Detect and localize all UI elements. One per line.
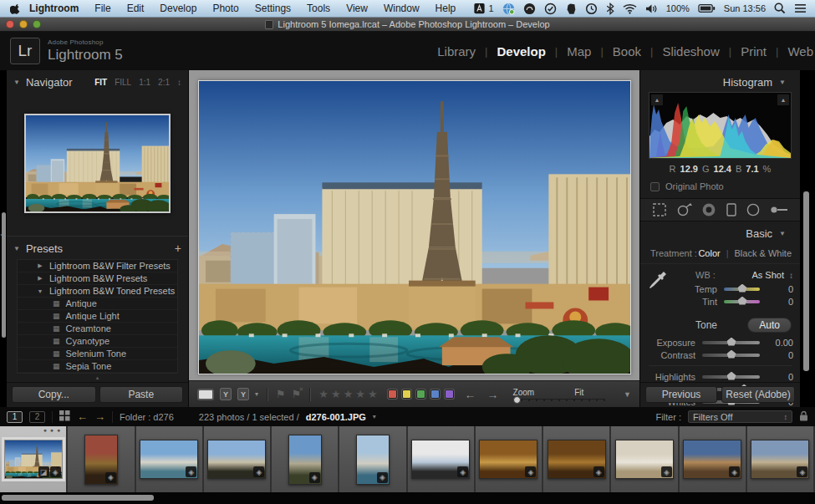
graduated-filter-icon[interactable]: [726, 202, 737, 217]
star-icon[interactable]: ★: [368, 388, 379, 400]
preset-item[interactable]: ▦ Creamtone: [18, 323, 177, 335]
lightroom-sync-icon[interactable]: [473, 3, 486, 14]
color-label-swatch[interactable]: [430, 389, 440, 399]
go-back-icon[interactable]: ←: [77, 410, 88, 423]
chevron-down-icon[interactable]: ▾: [255, 390, 258, 398]
menu-item-photo[interactable]: Photo: [212, 3, 238, 14]
filmstrip-thumb-overexposed-crowd[interactable]: ◈: [408, 426, 476, 492]
module-web[interactable]: Web: [787, 44, 813, 59]
menu-item-edit[interactable]: Edit: [127, 3, 145, 14]
develop-badge-icon[interactable]: ◈: [593, 466, 604, 477]
develop-badge-icon[interactable]: ◈: [253, 466, 264, 477]
slider-handle[interactable]: [727, 338, 736, 346]
menu-item-window[interactable]: Window: [384, 3, 420, 14]
menu-clock[interactable]: Sun 13:56: [724, 3, 766, 13]
crop-tool-icon[interactable]: [652, 202, 667, 217]
add-preset-icon[interactable]: +: [175, 242, 181, 255]
develop-badge-icon[interactable]: ◈: [50, 466, 61, 477]
navigator-header[interactable]: ▼ Navigator FITFILL1:12:1↕: [7, 74, 188, 90]
navigator-zoom-2:1[interactable]: 2:1: [158, 78, 170, 87]
bluetooth-icon[interactable]: [606, 3, 614, 15]
triangle-down-icon[interactable]: ▼: [13, 79, 20, 86]
menu-item-tools[interactable]: Tools: [307, 3, 330, 14]
navigator-zoom-fill[interactable]: FILL: [115, 78, 131, 87]
module-print[interactable]: Print: [741, 44, 767, 59]
fit-label[interactable]: Fit: [574, 388, 583, 397]
navigator-zoom-1:1[interactable]: 1:1: [139, 78, 150, 87]
folder-label[interactable]: Folder : d276: [120, 412, 174, 422]
globe-icon[interactable]: [502, 3, 515, 15]
filmstrip-source-caret-icon[interactable]: ▾: [373, 413, 376, 420]
slider-track[interactable]: [724, 288, 760, 291]
grid-view-icon[interactable]: [59, 410, 70, 423]
panel-resize-nub[interactable]: ▴: [96, 374, 99, 381]
menu-item-view[interactable]: View: [346, 3, 368, 14]
main-photo[interactable]: [198, 80, 631, 374]
thumb-options-dots[interactable]: ● ● ●: [43, 427, 62, 433]
filmstrip-thumb-las-vegas-skyline[interactable]: ● ● ● ◈◪: [0, 426, 68, 492]
window-title-bar[interactable]: Lightroom 5 Iomega.lrcat – Adobe Photosh…: [0, 18, 815, 32]
wb-value[interactable]: As Shot: [751, 270, 784, 280]
color-label-swatch[interactable]: [416, 389, 425, 399]
histogram-box[interactable]: ▲ ▲: [649, 92, 792, 159]
treatment-color[interactable]: Color: [698, 248, 720, 258]
adjustment-brush-icon[interactable]: [770, 202, 788, 217]
checkmark-menu-icon[interactable]: [544, 3, 557, 15]
primary-monitor-button[interactable]: 1: [7, 411, 23, 423]
slider-handle[interactable]: [727, 372, 736, 380]
flag-pick-icon[interactable]: ⚑: [276, 388, 286, 400]
star-icon[interactable]: ★: [355, 388, 366, 400]
zoom-slider-handle[interactable]: [513, 396, 521, 404]
crop-badge-icon[interactable]: ◪: [38, 466, 49, 477]
previous-photo-icon[interactable]: ←: [465, 388, 476, 401]
module-book[interactable]: Book: [613, 44, 641, 59]
filmstrip-thumb-casino-dome[interactable]: ◈: [476, 426, 543, 492]
reset-button[interactable]: Reset (Adobe): [721, 386, 795, 403]
right-panel-scrollbar[interactable]: [803, 191, 809, 371]
treatment-bw[interactable]: Black & White: [735, 248, 792, 258]
develop-badge-icon[interactable]: ◈: [457, 466, 468, 477]
auto-tone-button[interactable]: Auto: [747, 318, 792, 333]
zoom-window-button[interactable]: [33, 20, 41, 28]
apple-menu[interactable]: [10, 3, 21, 15]
preset-item[interactable]: ▦ Cyanotype: [18, 335, 177, 348]
triangle-down-icon[interactable]: ▼: [13, 245, 20, 252]
filmstrip-thumb-white-hotel-water[interactable]: ◈: [339, 426, 407, 492]
preset-group[interactable]: ▼ Lightroom B&W Toned Presets: [18, 285, 177, 298]
module-develop[interactable]: Develop: [497, 44, 546, 59]
menu-item-lightroom[interactable]: Lightroom: [29, 3, 79, 14]
preset-item[interactable]: ▦ Sepia Tone: [18, 360, 177, 373]
develop-badge-icon[interactable]: ◈: [525, 466, 536, 477]
flag-reject-icon[interactable]: ⚑✕: [292, 388, 302, 400]
slider-handle[interactable]: [727, 350, 736, 359]
preset-item[interactable]: ▦ Antique: [18, 298, 177, 310]
star-icon[interactable]: ★: [344, 388, 354, 400]
slider-track[interactable]: [702, 354, 760, 357]
battery-icon[interactable]: [698, 3, 716, 13]
module-map[interactable]: Map: [567, 44, 591, 59]
module-library[interactable]: Library: [437, 44, 476, 59]
histogram-header[interactable]: Histogram ▼: [640, 74, 800, 90]
selected-filename[interactable]: d276-001.JPG: [306, 412, 366, 422]
notification-center-icon[interactable]: [794, 3, 807, 13]
filmstrip-thumb-eiffel-tower[interactable]: ◈: [272, 426, 339, 492]
filter-lock-icon[interactable]: [799, 410, 808, 423]
panel-resize-nub[interactable]: ▾: [719, 374, 722, 381]
develop-badge-icon[interactable]: ◈: [377, 472, 388, 483]
go-forward-icon[interactable]: →: [94, 410, 105, 423]
develop-badge-icon[interactable]: ◈: [797, 466, 807, 477]
menu-item-file[interactable]: File: [94, 3, 110, 14]
presets-header[interactable]: ▼ Presets +: [7, 240, 188, 257]
filmstrip-scrollbar-track[interactable]: [0, 492, 815, 504]
right-panel-edge[interactable]: [800, 70, 814, 407]
basic-header[interactable]: Basic ▼: [640, 225, 800, 242]
volume-icon[interactable]: [645, 3, 658, 14]
triangle-right-icon[interactable]: ▶: [36, 275, 44, 282]
triangle-right-icon[interactable]: ▶: [36, 262, 44, 269]
menu-item-develop[interactable]: Develop: [160, 3, 196, 14]
triangle-down-icon[interactable]: ▼: [36, 288, 44, 294]
filmstrip-thumb-hotel-with-tree[interactable]: ◈: [204, 426, 272, 492]
left-panel-edge[interactable]: ◀: [0, 70, 7, 407]
minimize-window-button[interactable]: [19, 20, 28, 28]
filmstrip-thumb-bellagio-lake[interactable]: ◈: [136, 426, 204, 492]
